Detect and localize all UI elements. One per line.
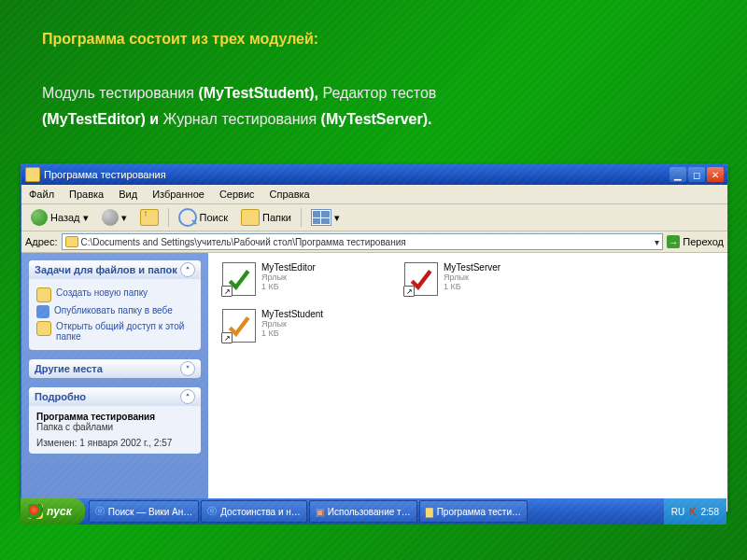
start-button[interactable]: пуск: [21, 498, 85, 525]
address-value: C:\Documents and Settings\учитель\Рабочи…: [81, 237, 406, 247]
details-type: Папка с файлами: [36, 422, 193, 432]
chevron-down-icon: ▾: [334, 212, 340, 224]
ie-icon: ⓔ: [207, 505, 217, 518]
window-minimize-button[interactable]: ▁: [669, 167, 686, 182]
taskbar-item-label: Программа тести…: [437, 507, 521, 517]
window-close-button[interactable]: ✕: [707, 167, 724, 182]
file-name: MyTestServer: [444, 262, 500, 273]
file-name: MyTestEditor: [261, 262, 316, 273]
menu-tools[interactable]: Сервис: [212, 189, 262, 200]
details-modified: Изменен: 1 января 2002 г., 2:57: [36, 438, 193, 448]
file-mytesteditor[interactable]: ↗ MyTestEditor Ярлык 1 КБ: [222, 262, 390, 296]
file-size: 1 КБ: [261, 282, 316, 291]
views-icon: [311, 209, 331, 226]
taskbar-item-label: Достоинства и н…: [220, 507, 301, 517]
shortcut-arrow-icon: ↗: [221, 286, 233, 297]
share-icon: [36, 321, 51, 336]
file-mytestserver[interactable]: ↗ MyTestServer Ярлык 1 КБ: [404, 262, 572, 296]
taskbar-item-label: Поиск — Вики Ан…: [108, 507, 192, 517]
task-new-folder[interactable]: Создать новую папку: [36, 287, 193, 302]
forward-icon: [102, 209, 119, 226]
antivirus-icon[interactable]: K: [689, 507, 696, 517]
ppt-icon: ▣: [316, 507, 324, 517]
shortcut-arrow-icon: ↗: [403, 286, 415, 297]
separator: [168, 208, 169, 227]
file-name: MyTestStudent: [261, 309, 323, 319]
folders-label: Папки: [262, 212, 291, 223]
task-panel: Задачи для файлов и папок ˄ Создать нову…: [29, 260, 201, 350]
toolbar-search-button[interactable]: Поиск: [175, 206, 232, 229]
separator: [301, 208, 302, 227]
toolbar-forward-button[interactable]: ▾: [98, 207, 131, 228]
chevron-down-icon: ▾: [83, 212, 89, 224]
search-icon: [178, 208, 197, 227]
heading-module-3: (MyTestServer).: [321, 111, 432, 127]
task-share[interactable]: Открыть общий доступ к этой папке: [36, 321, 193, 342]
start-label: пуск: [47, 505, 72, 518]
address-go-button[interactable]: → Переход: [667, 235, 724, 248]
heading-module-1: (MyTestStudent),: [198, 85, 318, 101]
toolbar-views-button[interactable]: ▾: [307, 207, 344, 228]
back-icon: [31, 209, 48, 226]
clock[interactable]: 2:58: [701, 507, 719, 517]
file-myteststudent[interactable]: ↗ MyTestStudent Ярлык 1 КБ: [222, 309, 390, 343]
other-places-header[interactable]: Другие места ˅: [29, 359, 201, 378]
heading-title: Программа состоит из трех модулей:: [42, 31, 318, 47]
expand-icon[interactable]: ˅: [180, 361, 195, 376]
addressbar: Адрес: C:\Documents and Settings\учитель…: [21, 231, 727, 253]
address-label: Адрес:: [25, 236, 58, 247]
taskbar-item-usage[interactable]: ▣Использование т…: [309, 500, 417, 523]
heading-text-1: Модуль тестирования: [42, 85, 198, 101]
menu-file[interactable]: Файл: [21, 189, 62, 200]
file-type: Ярлык: [261, 273, 316, 282]
chevron-down-icon[interactable]: ▾: [655, 237, 659, 247]
file-size: 1 КБ: [261, 329, 323, 338]
shortcut-icon: ↗: [222, 262, 256, 296]
toolbar-up-button[interactable]: [136, 207, 162, 228]
window-maximize-button[interactable]: ◻: [688, 167, 705, 182]
windows-logo-icon: [28, 504, 43, 519]
address-input[interactable]: C:\Documents and Settings\учитель\Рабочи…: [62, 233, 664, 250]
toolbar-back-button[interactable]: Назад ▾: [27, 207, 92, 228]
shortcut-arrow-icon: ↗: [221, 332, 233, 343]
menu-favorites[interactable]: Избранное: [145, 189, 212, 200]
folder-icon: ▇: [426, 507, 433, 517]
chevron-down-icon: ▾: [121, 212, 127, 224]
collapse-icon[interactable]: ˄: [180, 389, 195, 404]
task-label: Создать новую папку: [56, 287, 148, 298]
task-panel-title: Задачи для файлов и папок: [35, 264, 177, 275]
task-label: Опубликовать папку в вебе: [54, 305, 173, 315]
folder-icon: [65, 236, 78, 247]
menu-view[interactable]: Вид: [111, 189, 145, 200]
titlebar-folder-icon: [25, 167, 40, 182]
explorer-body: Задачи для файлов и папок ˄ Создать нову…: [21, 253, 727, 512]
menu-help[interactable]: Справка: [262, 189, 317, 200]
menubar: Файл Правка Вид Избранное Сервис Справка: [21, 185, 727, 204]
heading-text-3: Журнал тестирования: [163, 111, 321, 127]
heading-module-2: (MyTestEditor) и: [42, 111, 163, 127]
file-list-area[interactable]: ↗ MyTestEditor Ярлык 1 КБ ↗ MyTestStuden…: [208, 253, 727, 512]
details-title: Подробно: [35, 391, 86, 402]
window-titlebar[interactable]: Программа тестирования ▁ ◻ ✕: [21, 164, 727, 185]
taskbar-item-search[interactable]: ⓔПоиск — Вики Ан…: [89, 500, 199, 523]
slide: Программа состоит из трех модулей: Модул…: [0, 0, 747, 560]
language-indicator[interactable]: RU: [671, 507, 684, 517]
taskbar-item-pros[interactable]: ⓔДостоинства и н…: [201, 500, 307, 523]
details-header[interactable]: Подробно ˄: [29, 387, 201, 406]
heading-text-2: Редактор тестов: [322, 85, 436, 101]
file-type: Ярлык: [261, 319, 323, 329]
taskbar-item-label: Использование т…: [328, 507, 411, 517]
file-type: Ярлык: [444, 273, 500, 282]
menu-edit[interactable]: Правка: [62, 189, 111, 200]
go-label: Переход: [683, 236, 724, 247]
other-places-title: Другие места: [35, 363, 103, 374]
task-publish[interactable]: Опубликовать папку в вебе: [36, 305, 193, 318]
collapse-icon[interactable]: ˄: [180, 262, 195, 277]
toolbar-folders-button[interactable]: Папки: [237, 207, 295, 228]
system-tray[interactable]: RU K 2:58: [664, 498, 726, 525]
taskbar-item-program[interactable]: ▇Программа тести…: [419, 500, 528, 523]
file-size: 1 КБ: [444, 282, 500, 291]
globe-icon: [36, 305, 49, 318]
task-panel-header[interactable]: Задачи для файлов и папок ˄: [29, 260, 201, 279]
slide-heading: Программа состоит из трех модулей: Модул…: [42, 26, 710, 133]
